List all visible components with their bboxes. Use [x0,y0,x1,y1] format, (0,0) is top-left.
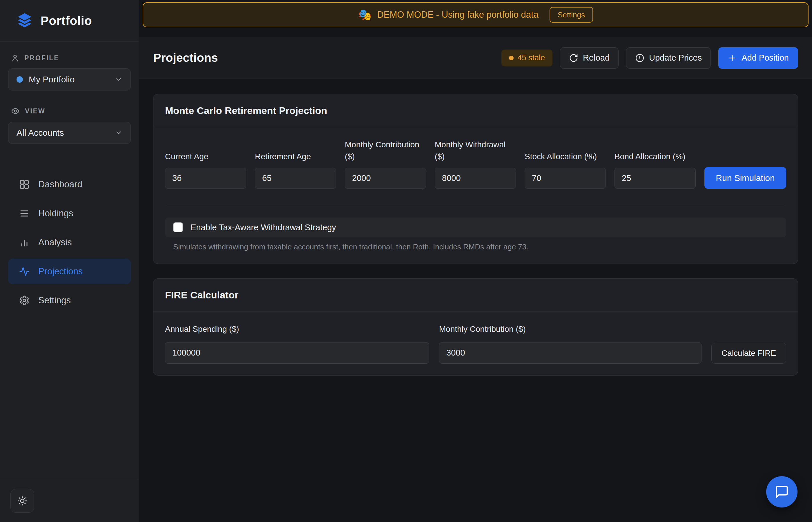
layers-logo-icon [16,12,33,30]
monte-carlo-card-body: Current Age Retirement Age Monthly Contr… [154,127,798,264]
fire-form-row: Annual Spending ($) Monthly Contribution… [165,323,786,364]
sidebar-item-holdings[interactable]: Holdings [8,201,131,226]
sidebar-header: Portfolio [0,0,139,42]
gear-icon [19,295,29,306]
theme-toggle-button[interactable] [11,489,34,513]
brand-title: Portfolio [41,14,92,28]
annual-spending-input[interactable] [165,342,429,364]
add-position-button[interactable]: Add Position [718,47,798,69]
fire-card-body: Annual Spending ($) Monthly Contribution… [154,312,798,375]
reload-button[interactable]: Reload [560,47,618,69]
clock-icon [635,53,644,63]
main-content: 🎭 DEMO MODE - Using fake portfolio data … [139,0,812,522]
profile-select-value: My Portfolio [29,75,75,84]
form-divider [165,205,786,205]
sidebar-nav: Dashboard Holdings Analysis Projections … [8,172,131,313]
bar-chart-icon [19,237,29,248]
tax-aware-row[interactable]: Enable Tax-Aware Withdrawal Strategy [165,218,786,237]
chat-fab-button[interactable] [766,476,797,507]
stock-allocation-input[interactable] [525,168,606,189]
monte-carlo-title: Monte Carlo Retirement Projection [165,105,327,116]
dashboard-icon [19,179,29,190]
app-root: Portfolio PROFILE My Portfolio VIEW All … [0,0,812,522]
sidebar-item-label: Dashboard [38,179,82,190]
monthly-withdrawal-input[interactable] [435,168,516,189]
sidebar-item-analysis[interactable]: Analysis [8,230,131,255]
stale-dot-icon [509,56,513,60]
profile-section-label: PROFILE [11,54,131,62]
current-age-input[interactable] [165,168,246,189]
update-prices-button[interactable]: Update Prices [626,47,711,69]
view-select-value: All Accounts [17,128,64,138]
page-header: Projections 45 stale Reload Update Price… [139,37,812,79]
tax-aware-checkbox[interactable] [173,222,183,232]
current-age-field: Current Age [165,151,246,189]
retirement-age-field: Retirement Age [255,151,336,189]
fire-monthly-contribution-input[interactable] [439,342,702,364]
demo-mode-banner: 🎭 DEMO MODE - Using fake portfolio data … [143,2,809,27]
bond-allocation-field: Bond Allocation (%) [614,151,696,189]
monthly-withdrawal-field: Monthly Withdrawal ($) [435,139,516,189]
sidebar-item-label: Projections [38,266,83,277]
fire-card-header: FIRE Calculator [154,279,798,312]
monthly-withdrawal-label: Monthly Withdrawal ($) [435,139,516,162]
activity-icon [19,266,29,277]
retirement-age-label: Retirement Age [255,151,336,163]
run-simulation-button[interactable]: Run Simulation [705,167,786,189]
person-icon [11,54,19,62]
theater-masks-icon: 🎭 [358,8,372,21]
profile-select[interactable]: My Portfolio [8,68,131,91]
sidebar-item-projections[interactable]: Projections [8,259,131,284]
sun-icon [17,496,27,506]
refresh-icon [569,53,578,63]
content-area: Monte Carlo Retirement Projection Curren… [139,79,812,522]
portfolio-dot-icon [17,76,23,83]
stale-badge: 45 stale [502,49,553,66]
header-actions: 45 stale Reload Update Prices Add Positi… [502,47,798,69]
view-section-label: VIEW [11,107,131,116]
chevron-down-icon [115,129,122,137]
chat-bubble-icon [775,485,789,499]
sidebar-body: PROFILE My Portfolio VIEW All Accounts [0,42,139,479]
banner-settings-button[interactable]: Settings [550,7,593,23]
fire-monthly-contribution-field: Monthly Contribution ($) [439,323,702,364]
fire-calculator-card: FIRE Calculator Annual Spending ($) Mont… [153,278,798,376]
view-select[interactable]: All Accounts [8,122,131,144]
monte-carlo-card-header: Monte Carlo Retirement Projection [154,94,798,127]
stock-allocation-field: Stock Allocation (%) [525,151,606,189]
sidebar-item-label: Settings [38,295,71,306]
sidebar-item-dashboard[interactable]: Dashboard [8,172,131,197]
chevron-down-icon [115,76,122,83]
stock-allocation-label: Stock Allocation (%) [525,151,606,163]
bond-allocation-input[interactable] [614,168,696,189]
monte-carlo-form-row: Current Age Retirement Age Monthly Contr… [165,139,786,189]
sidebar-item-label: Holdings [38,208,73,219]
calculate-fire-button[interactable]: Calculate FIRE [711,343,786,364]
bond-allocation-label: Bond Allocation (%) [614,151,696,163]
sidebar-item-label: Analysis [38,237,72,248]
monthly-contribution-input[interactable] [345,168,426,189]
list-icon [19,208,29,219]
monthly-contribution-label: Monthly Contribution ($) [345,139,426,162]
monte-carlo-card: Monte Carlo Retirement Projection Curren… [153,94,798,264]
annual-spending-label: Annual Spending ($) [165,323,429,335]
demo-mode-text: DEMO MODE - Using fake portfolio data [377,9,538,20]
retirement-age-input[interactable] [255,168,336,189]
sidebar: Portfolio PROFILE My Portfolio VIEW All … [0,0,139,522]
current-age-label: Current Age [165,151,246,163]
fire-monthly-contribution-label: Monthly Contribution ($) [439,323,702,335]
tax-aware-helper-text: Simulates withdrawing from taxable accou… [173,242,786,252]
page-title: Projections [153,51,218,65]
annual-spending-field: Annual Spending ($) [165,323,429,364]
tax-aware-label: Enable Tax-Aware Withdrawal Strategy [190,223,336,232]
sidebar-item-settings[interactable]: Settings [8,288,131,313]
eye-icon [11,107,20,116]
sidebar-footer [0,479,139,522]
fire-title: FIRE Calculator [165,289,238,301]
monthly-contribution-field: Monthly Contribution ($) [345,139,426,189]
plus-icon [728,53,737,63]
